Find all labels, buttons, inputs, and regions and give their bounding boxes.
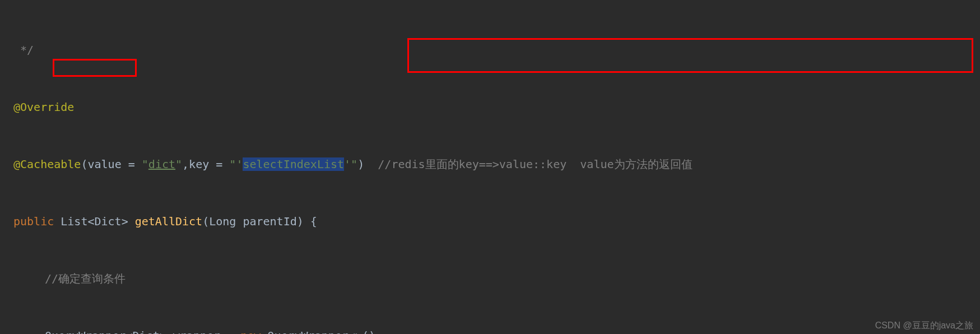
annotation-override: @Override [13, 100, 74, 114]
keyword-public: public [13, 215, 54, 228]
code-text: List<Dict> [54, 215, 135, 228]
method-getalldict: getAllDict [135, 215, 202, 228]
code-text: ) [357, 157, 378, 171]
comment-cond: //确定查询条件 [45, 272, 126, 285]
code-text: ,key = [182, 157, 229, 171]
comment-redis: //redis里面的key==>value::key value为方法的返回值 [378, 157, 692, 171]
string-quote: " [175, 157, 182, 171]
string-dict: dict [148, 157, 175, 171]
code-text: (Long parentId) { [202, 215, 317, 228]
comment-end: */ [13, 43, 34, 57]
string-quote: " [142, 157, 148, 171]
keyword-new: new [240, 329, 261, 334]
code-text: QueryWrapper<Dict> wrapper = [45, 329, 240, 334]
code-editor-content[interactable]: */ @Override @Cacheable(value = "dict",k… [0, 0, 980, 334]
code-text: (value = [81, 157, 141, 171]
annotation-cacheable: @Cacheable [13, 157, 81, 171]
string-quote: '" [344, 157, 357, 171]
string-selectindex: selectIndexList [243, 157, 344, 171]
code-text: QueryWrapper<>(); [261, 329, 382, 334]
watermark: CSDN @豆豆的java之旅 [875, 320, 973, 332]
string-quote: "' [229, 157, 243, 171]
